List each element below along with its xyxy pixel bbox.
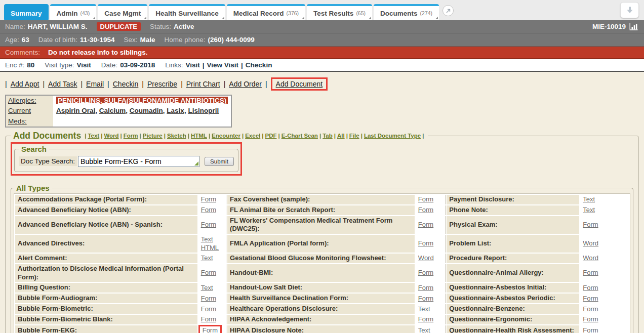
tab-label: Case Mgmt — [104, 10, 141, 17]
med-link-lasix[interactable]: Lasix — [167, 107, 184, 114]
action-link-prescribe[interactable]: Prescribe — [147, 80, 177, 88]
separator: | — [334, 133, 336, 139]
doc-format-link-e-chart-scan[interactable]: E-Chart Scan — [281, 133, 318, 139]
doc-link-physical-exam-form[interactable]: Form — [583, 221, 598, 228]
doc-link-hipaa-acknowledgement-form[interactable]: Form — [418, 315, 433, 323]
doc-link-payment-disclosure-text[interactable]: Text — [583, 195, 595, 203]
doc-type-links: Form — [416, 294, 446, 303]
doc-format-link-last-document-type[interactable]: Last Document Type — [364, 133, 421, 139]
action-link-print-chart[interactable]: Print Chart — [186, 80, 220, 88]
doc-link-phone-note-text[interactable]: Text — [583, 206, 595, 214]
doc-link-bubble-form-audiogram-form[interactable]: Form — [201, 295, 216, 302]
action-link-add-order[interactable]: Add Order — [229, 80, 262, 88]
doc-format-link-html[interactable]: HTML — [191, 133, 207, 139]
doc-link-health-surveillance-declination-form-form[interactable]: Form — [418, 295, 433, 302]
med-link-lisinopril[interactable]: Lisinopril — [188, 107, 219, 114]
doc-link-procedure-report-word[interactable]: Word — [583, 254, 598, 262]
doc-link-problem-list-word[interactable]: Word — [583, 239, 598, 247]
doc-format-link-all[interactable]: All — [337, 133, 345, 139]
chart-icon[interactable] — [629, 23, 639, 30]
current-meds-label-link[interactable]: Current Meds: — [6, 106, 53, 127]
download-button[interactable] — [620, 2, 639, 18]
med-link-coumadin[interactable]: Coumadin — [130, 107, 163, 114]
doc-link-questionnaire-benzene-form[interactable]: Form — [583, 305, 598, 313]
doc-type-search-input[interactable] — [78, 156, 199, 167]
doc-link-questionnaire-asbestos-periodic-form[interactable]: Form — [583, 295, 598, 302]
doc-type-links: Text — [416, 304, 446, 314]
doc-link-accommodations-package-portal-form-form[interactable]: Form — [201, 195, 216, 203]
doc-type-label: Healthcare Operations Disclosure: — [227, 304, 415, 314]
add-documents-section: Add Documents|Text|Word|Form|Picture|Ske… — [5, 131, 639, 333]
doc-link-hipaa-disclosure-note-text[interactable]: Text — [418, 326, 430, 333]
allergies-label-link[interactable]: Allergies: — [6, 96, 53, 106]
action-link-add-document[interactable]: Add Document — [276, 80, 323, 88]
doc-link-authorization-to-disclose-medical-information-portal-form-form[interactable]: Form — [201, 269, 216, 276]
doc-format-link-text[interactable]: Text — [88, 133, 99, 139]
tab-health-surveillance[interactable]: Health Surveillance — [149, 4, 225, 20]
doc-link-questionnaire-animal-allergy-form[interactable]: Form — [583, 269, 598, 276]
doc-type-label: HIPAA Acknowledgement: — [227, 315, 415, 324]
tab-summary[interactable]: Summary — [4, 4, 49, 20]
doc-link-fl-animal-bite-or-scratch-report-form[interactable]: Form — [418, 206, 433, 214]
external-link-button[interactable] — [442, 5, 454, 16]
encounter-link-checkin[interactable]: Checkin — [246, 61, 272, 69]
tab-admin[interactable]: Admin(43) — [50, 4, 97, 20]
doc-link-questionnaire-ergonomic-form[interactable]: Form — [583, 315, 598, 323]
doc-link-gestational-blood-glucose-monitoring-flowsheet-word[interactable]: Word — [418, 254, 434, 262]
doc-link-questionnaire-asbestos-initial-form[interactable]: Form — [583, 284, 598, 292]
encounter-link-visit[interactable]: Visit — [185, 61, 199, 69]
doc-format-link-file[interactable]: File — [349, 133, 359, 139]
doc-format-link-form[interactable]: Form — [124, 133, 138, 139]
separator: | — [346, 133, 348, 139]
doc-format-link-tab[interactable]: Tab — [323, 133, 333, 139]
doc-link-bubble-form-ekg-form[interactable]: Form — [203, 326, 218, 333]
doc-type-label: Fax Coversheet (sample): — [227, 195, 415, 204]
doc-link-billing-question-text[interactable]: Text — [201, 284, 213, 292]
med-link-aspirin-oral[interactable]: Aspirin Oral — [56, 107, 95, 114]
tabs-container: SummaryAdmin(43)Case MgmtHealth Surveill… — [4, 4, 439, 20]
doc-link-handout-bmi-form[interactable]: Form — [418, 269, 433, 276]
separator: , — [95, 107, 99, 114]
doc-link-questionnaire-health-risk-assessment-form[interactable]: Form — [583, 326, 598, 333]
doc-link-fax-coversheet-sample-form[interactable]: Form — [418, 195, 433, 203]
doc-format-link-word[interactable]: Word — [104, 133, 118, 139]
doc-format-link-encounter[interactable]: Encounter — [212, 133, 240, 139]
highlight-box-search: Search Doc Type Search: Submit — [11, 142, 242, 176]
tab-bar: SummaryAdmin(43)Case MgmtHealth Surveill… — [0, 0, 644, 20]
doc-link-bubble-form-biometric-form[interactable]: Form — [201, 305, 216, 313]
doc-type-label: FL Workers' Compensation Medical Treatme… — [227, 216, 415, 234]
tab-medical-record[interactable]: Medical Record(376) — [227, 4, 305, 20]
med-link-calcium[interactable]: Calcium — [99, 107, 126, 114]
action-link-add-task[interactable]: Add Task — [48, 80, 77, 88]
submit-button[interactable]: Submit — [205, 157, 234, 166]
doc-link-handout-low-salt-diet-form[interactable]: Form — [418, 284, 433, 292]
doc-link-fmla-application-portal-form-form[interactable]: Form — [418, 239, 433, 247]
doc-link-advanced-directives-text[interactable]: Text — [201, 235, 213, 243]
doc-type-label: Questionnaire-Asbestos Periodic: — [447, 294, 579, 303]
doc-link-advanced-beneficiary-notice-abn-spanish-form[interactable]: Form — [201, 221, 216, 228]
patient-id: MIE-10019 — [592, 23, 626, 30]
doc-format-link-picture[interactable]: Picture — [143, 133, 163, 139]
doc-format-link-sketch[interactable]: Sketch — [167, 133, 186, 139]
doc-link-bubble-form-biometric-blank-form[interactable]: Form — [201, 315, 216, 323]
action-link-checkin[interactable]: Checkin — [113, 80, 139, 88]
action-link-add-appt[interactable]: Add Appt — [11, 80, 39, 88]
doc-type-links: Form — [580, 294, 629, 303]
doc-link-alert-comment-text[interactable]: Text — [201, 254, 213, 262]
encounter-link-view-visit[interactable]: View Visit — [207, 61, 239, 69]
separator: | — [43, 80, 45, 88]
doc-link-advanced-beneficiary-notice-abn-form[interactable]: Form — [201, 206, 216, 214]
tab-label: Admin — [57, 10, 78, 17]
action-link-email[interactable]: Email — [86, 80, 104, 88]
doc-format-link-excel[interactable]: Excel — [245, 133, 260, 139]
doc-link-fl-workers-compensation-medical-treatment-form-dwc25-form[interactable]: Form — [418, 221, 433, 228]
allergies-value-link[interactable]: PENICILLINS, SULFA(SULFONAMIDE ANTIBIOTI… — [56, 97, 228, 104]
duplicate-badge[interactable]: DUPLICATE — [97, 22, 141, 31]
tab-documents[interactable]: Documents(274) — [374, 4, 439, 20]
doc-type-label: Questionnaire-Health Risk Assessment: — [447, 325, 579, 333]
doc-link-advanced-directives-html[interactable]: HTML — [201, 244, 219, 252]
doc-format-link-pdf[interactable]: PDF — [265, 133, 276, 139]
doc-link-healthcare-operations-disclosure-text[interactable]: Text — [418, 305, 430, 313]
tab-case-mgmt[interactable]: Case Mgmt — [98, 4, 147, 20]
tab-test-results[interactable]: Test Results(65) — [307, 4, 372, 20]
